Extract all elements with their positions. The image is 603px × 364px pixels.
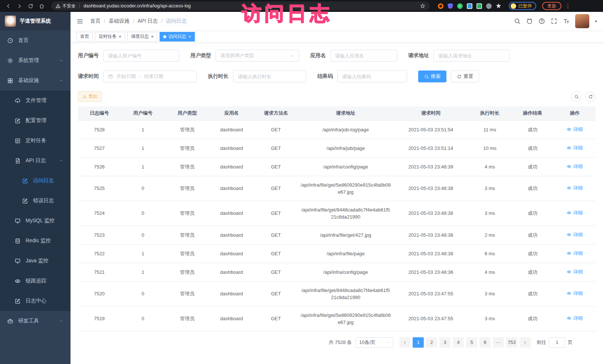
extension-icon-shield[interactable]	[448, 3, 453, 9]
cell-request-url: /api/infra/file/page	[298, 244, 393, 263]
browser-home-button[interactable]	[37, 2, 46, 10]
cell-user-type: 管理员	[165, 226, 210, 244]
extension-icon-pinwheel[interactable]	[496, 3, 501, 9]
detail-link[interactable]: 详细	[567, 126, 583, 133]
sidebar-item-job[interactable]: 定时任务	[0, 131, 71, 151]
breadcrumb-home[interactable]: 首页	[90, 18, 101, 24]
toggle-search-button[interactable]	[571, 91, 581, 102]
sidebar-item-mysql[interactable]: MySQL 监控	[0, 211, 71, 231]
sidebar-item-system[interactable]: 系统管理	[0, 50, 71, 70]
breadcrumb-infra[interactable]: 基础设施	[109, 18, 130, 24]
tag-item[interactable]: 访问日志 ×	[160, 32, 195, 42]
app-name-input[interactable]	[330, 50, 397, 62]
sidebar-item-trace[interactable]: 链路追踪	[0, 271, 71, 291]
cell-method: GET	[254, 244, 298, 263]
cell-user-id: 1	[121, 139, 165, 157]
close-icon[interactable]: ×	[119, 35, 121, 39]
browser-menu-icon[interactable]: ⋮	[565, 3, 571, 9]
cell-log-id: 7521	[78, 263, 121, 281]
avatar-caret-down-icon[interactable]: ▾	[595, 19, 597, 24]
eye-icon	[567, 269, 571, 274]
sidebar-item-redis[interactable]: Redis 监控	[0, 231, 71, 251]
detail-link[interactable]: 详细	[567, 268, 583, 275]
bookmark-star-icon[interactable]	[420, 3, 425, 9]
browser-reload-button[interactable]	[26, 2, 35, 10]
extension-icon-green-grid[interactable]	[476, 3, 482, 9]
sidebar-item-infra[interactable]: 基础设施	[0, 70, 71, 91]
goto-page-input[interactable]	[549, 337, 565, 348]
breadcrumb-api-log[interactable]: API 日志	[138, 18, 158, 24]
user-avatar[interactable]	[575, 14, 589, 28]
header-search-icon[interactable]	[514, 18, 521, 24]
page-number-button[interactable]: 4	[453, 337, 464, 348]
detail-link[interactable]: 详细	[567, 209, 583, 216]
duration-input[interactable]	[233, 70, 306, 82]
fullscreen-icon[interactable]	[551, 18, 557, 24]
request-time-range-picker[interactable]: 开始日期 - 结束日期	[103, 70, 197, 82]
sidebar-item-dev-tools[interactable]: 研发工具	[0, 311, 71, 331]
extension-icon-orange[interactable]	[438, 3, 443, 9]
tag-item[interactable]: 调度日志 ×	[127, 32, 157, 42]
page-number-button[interactable]: 6	[479, 337, 491, 348]
cell-user-id: 1	[121, 157, 165, 176]
page-number-button[interactable]: ···	[493, 337, 504, 348]
cell-method: GET	[254, 120, 298, 139]
hamburger-icon[interactable]	[76, 18, 83, 25]
github-icon[interactable]	[526, 18, 533, 24]
sidebar-item-config[interactable]: 配置管理	[0, 111, 71, 131]
cell-request-url: /api/infra/file/get/427.jpg	[298, 226, 393, 244]
user-type-select[interactable]: 请选择用户类型	[216, 50, 299, 62]
tag-item[interactable]: 定时任务 ×	[95, 32, 125, 42]
detail-link[interactable]: 详细	[567, 290, 583, 297]
address-bar[interactable]: 不安全 dashboard.yudao.iocoder.cn/infra/log…	[51, 1, 430, 10]
extension-icon-gray[interactable]	[486, 3, 492, 9]
cell-user-id: 1	[121, 263, 165, 281]
page-number-button[interactable]: 753	[506, 337, 517, 348]
search-button[interactable]: 搜索	[418, 70, 446, 82]
sidebar-item-file[interactable]: 文件管理	[0, 91, 71, 111]
cell-request-url: /api/infra/job/page	[298, 139, 393, 157]
security-chip[interactable]: 不安全	[56, 3, 76, 9]
browser-forward-button[interactable]	[15, 2, 24, 10]
sidebar-item-error-log[interactable]: 错误日志	[0, 191, 71, 211]
detail-link[interactable]: 详细	[567, 163, 583, 170]
sidebar-item-access-log[interactable]: 访问日志	[0, 171, 71, 191]
detail-link[interactable]: 详细	[567, 144, 583, 151]
page-number-button[interactable]: 5	[466, 337, 477, 348]
font-size-icon[interactable]	[563, 18, 570, 24]
docs-help-icon[interactable]	[538, 18, 545, 24]
user-id-input[interactable]	[103, 50, 179, 62]
refresh-icon	[588, 94, 593, 99]
browser-update-button[interactable]: 更新	[542, 2, 561, 10]
reset-button[interactable]: 重置	[451, 70, 479, 82]
page-number-button[interactable]: 1	[413, 337, 424, 348]
table-row: 7519 0 管理员 dashboard GET /api/infra/file…	[78, 306, 596, 331]
page-number-button[interactable]: 2	[426, 337, 437, 348]
breadcrumb: 首页 / 基础设施 / API 日志 / 访问日志	[90, 18, 187, 24]
request-url-input[interactable]	[433, 50, 509, 62]
sidebar-item-java[interactable]: Java 监控	[0, 251, 71, 271]
browser-back-button[interactable]	[4, 2, 13, 10]
close-icon[interactable]: ×	[189, 35, 191, 39]
sidebar-item-log-center[interactable]: 日志中心	[0, 291, 71, 311]
sidebar-logo[interactable]: 芋道管理系统	[0, 12, 71, 30]
page-size-select[interactable]: 10条/页	[355, 337, 393, 348]
refresh-table-button[interactable]	[585, 91, 596, 102]
page-number-button[interactable]: 3	[439, 337, 450, 348]
tag-item[interactable]: 首页 ×	[76, 32, 93, 42]
extension-icon-green-check[interactable]: ✓	[457, 3, 463, 9]
result-code-input[interactable]	[337, 70, 407, 82]
close-icon[interactable]: ×	[151, 35, 154, 39]
detail-link[interactable]: 详细	[567, 184, 583, 191]
sidebar-item-home[interactable]: 首页	[0, 30, 71, 50]
detail-link[interactable]: 详细	[567, 231, 583, 238]
table-row: 7528 1 管理员 dashboard GET /api/infra/job-…	[78, 120, 596, 139]
prev-page-button[interactable]	[399, 337, 410, 348]
sidebar-item-api-log[interactable]: API 日志	[0, 151, 71, 171]
detail-link[interactable]: 详细	[567, 315, 583, 322]
detail-link[interactable]: 详细	[567, 250, 583, 257]
extension-icon-blue[interactable]	[467, 3, 472, 9]
export-button[interactable]: 导出	[78, 91, 102, 102]
next-page-button[interactable]	[520, 337, 531, 348]
browser-profile-chip[interactable]: 已暂停	[509, 2, 536, 10]
